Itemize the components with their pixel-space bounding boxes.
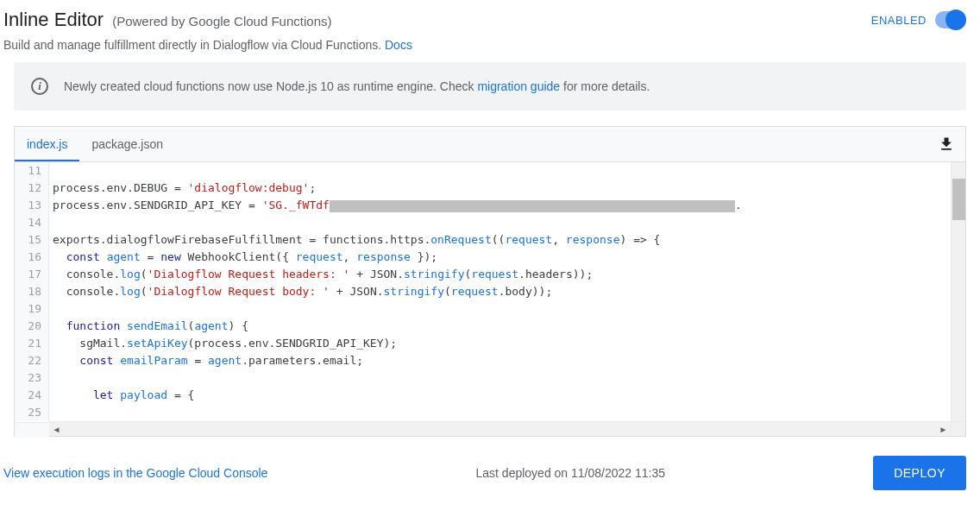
vertical-scrollbar[interactable]: [951, 162, 965, 421]
scroll-right-icon[interactable]: ►: [936, 422, 951, 437]
enabled-label: ENABLED: [871, 14, 927, 27]
code-content[interactable]: process.env.SENDGRID_API_KEY = 'SG._fWTd…: [49, 197, 951, 214]
info-banner: i Newly created cloud functions now use …: [14, 62, 966, 110]
code-content[interactable]: const agent = new WebhookClient({ reques…: [49, 249, 951, 266]
line-number: 16: [15, 249, 49, 266]
line-number: 20: [15, 318, 49, 335]
migration-guide-link[interactable]: migration guide: [477, 79, 560, 93]
code-content[interactable]: function sendEmail(agent) {: [49, 318, 951, 335]
header: Inline Editor (Powered by Google Cloud F…: [0, 0, 980, 36]
code-line[interactable]: 14: [15, 214, 951, 231]
code-line[interactable]: 22 const emailParam = agent.parameters.e…: [15, 352, 951, 369]
code-content[interactable]: let payload = {: [49, 387, 951, 404]
line-number: 18: [15, 283, 49, 300]
code-content[interactable]: const emailParam = agent.parameters.emai…: [49, 352, 951, 369]
docs-link[interactable]: Docs: [385, 38, 412, 52]
line-number: 12: [15, 180, 49, 197]
code-line[interactable]: 16 const agent = new WebhookClient({ req…: [15, 249, 951, 266]
code-content[interactable]: [49, 162, 951, 180]
deploy-button[interactable]: DEPLOY: [873, 456, 966, 490]
tabs: index.js package.json: [15, 127, 175, 161]
code-content[interactable]: console.log('Dialogflow Request body: ' …: [49, 283, 951, 300]
vertical-scrollbar-thumb[interactable]: [952, 179, 965, 220]
code-content[interactable]: [49, 214, 951, 231]
code-content[interactable]: [49, 404, 951, 421]
code-content[interactable]: exports.dialogflowFirebaseFulfillment = …: [49, 231, 951, 249]
code-line[interactable]: 21 sgMail.setApiKey(process.env.SENDGRID…: [15, 335, 951, 352]
line-number: 21: [15, 335, 49, 352]
code-line[interactable]: 23: [15, 369, 951, 387]
description-text: Build and manage fulfillment directly in…: [3, 38, 385, 52]
code-line[interactable]: 13process.env.SENDGRID_API_KEY = 'SG._fW…: [15, 197, 951, 214]
editor-block: index.js package.json 1112process.env.DE…: [14, 126, 966, 437]
header-right: ENABLED: [871, 11, 966, 28]
last-deployed-text: Last deployed on 11/08/2022 11:35: [476, 466, 666, 480]
footer: View execution logs in the Google Cloud …: [0, 437, 980, 499]
scroll-left-icon[interactable]: ◄: [49, 422, 64, 437]
tabs-row: index.js package.json: [15, 127, 965, 162]
banner-suffix: for more details.: [560, 79, 650, 93]
scrollbar-corner: [951, 421, 965, 436]
code-content[interactable]: sgMail.setApiKey(process.env.SENDGRID_AP…: [49, 335, 951, 352]
line-number: 17: [15, 266, 49, 283]
info-icon: i: [31, 78, 48, 95]
line-number: 19: [15, 300, 49, 318]
line-number: 13: [15, 197, 49, 214]
line-number: 24: [15, 387, 49, 404]
line-number: 23: [15, 369, 49, 387]
page-title: Inline Editor: [3, 9, 104, 31]
enable-toggle[interactable]: [935, 11, 966, 28]
horizontal-scrollbar[interactable]: ◄ ►: [49, 421, 951, 436]
view-logs-link[interactable]: View execution logs in the Google Cloud …: [3, 466, 267, 480]
line-number: 25: [15, 404, 49, 421]
code-line[interactable]: 15exports.dialogflowFirebaseFulfillment …: [15, 231, 951, 249]
code-line[interactable]: 20 function sendEmail(agent) {: [15, 318, 951, 335]
banner-prefix: Newly created cloud functions now use No…: [64, 79, 477, 93]
code-content[interactable]: [49, 369, 951, 387]
line-number: 22: [15, 352, 49, 369]
header-left: Inline Editor (Powered by Google Cloud F…: [3, 9, 331, 31]
download-icon[interactable]: [938, 136, 955, 153]
code-content[interactable]: console.log('Dialogflow Request headers:…: [49, 266, 951, 283]
code-line[interactable]: 24 let payload = {: [15, 387, 951, 404]
tab-package-json[interactable]: package.json: [79, 127, 175, 161]
code-line[interactable]: 17 console.log('Dialogflow Request heade…: [15, 266, 951, 283]
code-line[interactable]: 25: [15, 404, 951, 421]
description-row: Build and manage fulfillment directly in…: [0, 36, 980, 62]
line-number: 15: [15, 231, 49, 249]
code-line[interactable]: 18 console.log('Dialogflow Request body:…: [15, 283, 951, 300]
page-subtitle: (Powered by Google Cloud Functions): [112, 14, 331, 28]
tab-index-js[interactable]: index.js: [15, 127, 79, 161]
code-content[interactable]: [49, 300, 951, 318]
horizontal-scroll-row: ◄ ►: [15, 421, 965, 436]
code-editor[interactable]: 1112process.env.DEBUG = 'dialogflow:debu…: [15, 162, 951, 421]
code-line[interactable]: 19: [15, 300, 951, 318]
code-line[interactable]: 12process.env.DEBUG = 'dialogflow:debug'…: [15, 180, 951, 197]
code-content[interactable]: process.env.DEBUG = 'dialogflow:debug';: [49, 180, 951, 197]
code-line[interactable]: 11: [15, 162, 951, 180]
code-wrap: 1112process.env.DEBUG = 'dialogflow:debu…: [15, 162, 965, 421]
line-number: 14: [15, 214, 49, 231]
info-text: Newly created cloud functions now use No…: [64, 79, 650, 93]
line-number: 11: [15, 162, 49, 180]
